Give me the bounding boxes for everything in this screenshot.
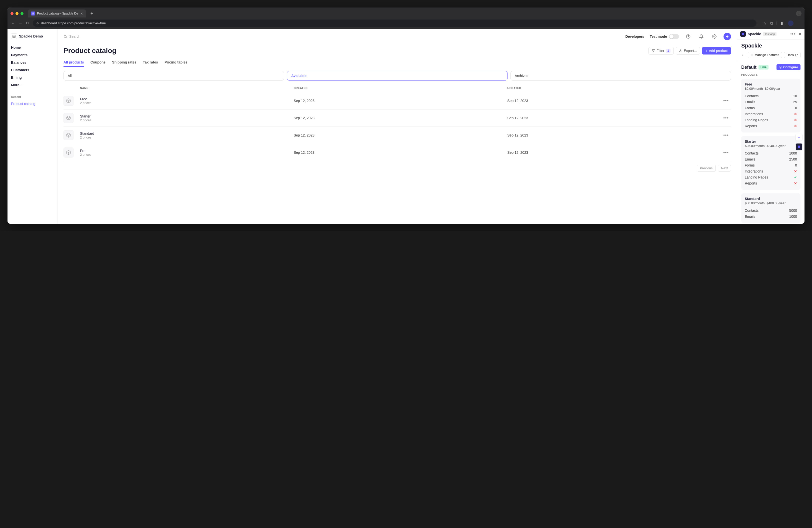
table-row[interactable]: Pro2 pricesSep 12, 2023Sep 12, 2023••• [63, 144, 731, 161]
filter-available[interactable]: Available [287, 71, 508, 80]
stripe-favicon: S [31, 12, 35, 15]
export-button[interactable]: Export... [676, 47, 700, 55]
row-menu-button[interactable]: ••• [721, 98, 731, 103]
close-window-button[interactable] [11, 12, 14, 15]
store-name: Spackle Demo [19, 34, 43, 38]
col-name: NAME [80, 87, 291, 89]
row-menu-button[interactable]: ••• [721, 150, 731, 155]
next-page-button[interactable]: Next [718, 165, 731, 172]
extensions-icon[interactable]: ⧉ [770, 21, 773, 26]
filter-all[interactable]: All [63, 71, 284, 80]
feature-name: Landing Pages [745, 118, 768, 122]
plus-icon: + [21, 83, 23, 87]
section-title: Default [741, 65, 756, 70]
global-add-button[interactable]: + [724, 33, 731, 40]
search-input[interactable]: Search [63, 34, 80, 39]
manage-features-button[interactable]: Manage Features [748, 52, 782, 58]
browser-tab[interactable]: S Product catalog – Spackle De ✕ [28, 10, 86, 17]
table-row[interactable]: Free2 pricesSep 12, 2023Sep 12, 2023••• [63, 92, 731, 109]
tab-tax-rates[interactable]: Tax rates [143, 58, 158, 67]
filter-archived[interactable]: Archived [510, 71, 731, 80]
sidebar-item-billing[interactable]: Billing [10, 74, 55, 81]
price-year: $0.00/year [765, 87, 780, 90]
add-product-button[interactable]: + Add product [702, 47, 731, 55]
docs-label: Docs [787, 53, 794, 57]
notifications-icon[interactable] [697, 33, 705, 40]
feature-row: Contacts1000 [745, 150, 797, 156]
profile-avatar[interactable] [788, 20, 794, 26]
tab-shipping-rates[interactable]: Shipping rates [112, 58, 136, 67]
docs-button[interactable]: Docs [784, 52, 800, 58]
row-menu-button[interactable]: ••• [721, 133, 731, 138]
feature-name: Contacts [745, 208, 758, 212]
price-month: $25.00/month [745, 144, 765, 148]
chrome-menu-icon[interactable]: ⋮ [797, 21, 801, 26]
site-info-icon[interactable]: ⚙ [36, 21, 39, 25]
floating-tray: + ≡ ⌘ [796, 134, 802, 224]
sidebar-item-balances[interactable]: Balances [10, 59, 55, 66]
table-row[interactable]: Standard2 pricesSep 12, 2023Sep 12, 2023… [63, 127, 731, 144]
card-title: Free [745, 82, 797, 86]
row-menu-button[interactable]: ••• [721, 116, 731, 121]
help-icon[interactable] [684, 33, 692, 40]
close-tab-button[interactable]: ✕ [80, 12, 83, 15]
product-name: Pro [80, 149, 291, 153]
recent-header: Recent [10, 95, 55, 99]
drawer-menu-icon[interactable]: ••• [790, 32, 795, 36]
tab-overflow-button[interactable]: ⌄ [796, 11, 801, 16]
store-switcher[interactable]: Spackle Demo [10, 32, 55, 40]
side-panel-icon[interactable]: ◧ [781, 21, 784, 26]
feature-name: Integrations [745, 112, 763, 116]
new-tab-button[interactable]: + [88, 10, 96, 17]
back-button[interactable]: ← [11, 21, 15, 26]
configure-button[interactable]: Configure [777, 64, 800, 70]
product-icon [63, 147, 73, 158]
forward-button[interactable]: → [18, 21, 23, 26]
settings-icon[interactable] [710, 33, 718, 40]
tray-spackle-button[interactable] [796, 143, 802, 150]
prev-page-button[interactable]: Previous [697, 165, 716, 172]
url-bar[interactable]: ⚙ dashboard.stripe.com/products?active=t… [33, 19, 756, 27]
x-icon: ✕ [794, 124, 797, 128]
feature-row: Contacts5000 [745, 207, 797, 214]
tab-all-products[interactable]: All products [63, 58, 84, 67]
tab-pricing-tables[interactable]: Pricing tables [164, 58, 188, 67]
drawer-app-name: Spackle [748, 32, 761, 36]
updated-date: Sep 12, 2023 [507, 133, 719, 137]
reload-button[interactable]: ⟳ [26, 21, 29, 26]
feature-row: Emails25 [745, 99, 797, 105]
minimize-window-button[interactable] [15, 12, 18, 15]
test-mode-toggle-group: Test mode [650, 34, 679, 39]
updated-date: Sep 12, 2023 [507, 150, 719, 155]
sidebar-item-customers[interactable]: Customers [10, 66, 55, 74]
product-card: Standard$50.00/month$480.00/yearContacts… [741, 193, 800, 223]
sidebar-item-home[interactable]: Home [10, 44, 55, 51]
test-mode-label: Test mode [650, 34, 667, 39]
product-card: Free$0.00/month$0.00/yearContacts10Email… [741, 79, 800, 132]
search-placeholder: Search [69, 34, 80, 39]
feature-name: Integrations [745, 169, 763, 173]
developers-link[interactable]: Developers [625, 34, 644, 39]
sidebar: Spackle Demo HomePaymentsBalancesCustome… [8, 29, 58, 224]
tab-title: Product catalog – Spackle De [37, 12, 78, 15]
tray-add-button[interactable]: + [796, 134, 802, 141]
recent-item[interactable]: Product catalog [8, 100, 55, 107]
tab-coupons[interactable]: Coupons [90, 58, 106, 67]
filter-button[interactable]: Filter 1 [649, 47, 674, 55]
svg-point-3 [752, 55, 752, 56]
table-row[interactable]: Starter2 pricesSep 12, 2023Sep 12, 2023•… [63, 109, 731, 127]
sidebar-item-payments[interactable]: Payments [10, 51, 55, 59]
feature-row: Landing Pages✕ [745, 117, 797, 123]
feature-row: Forms0 [745, 162, 797, 168]
page-title: Product catalog [63, 47, 116, 55]
bookmark-icon[interactable]: ☆ [763, 21, 767, 26]
drawer-back-button[interactable]: ← [741, 53, 745, 57]
test-mode-toggle[interactable] [669, 34, 679, 39]
maximize-window-button[interactable] [20, 12, 24, 15]
card-prices: $50.00/month$480.00/year [745, 201, 797, 205]
sidebar-item-more[interactable]: More+ [10, 81, 55, 89]
product-name: Standard [80, 132, 291, 135]
card-prices: $25.00/month$240.00/year [745, 144, 797, 148]
drawer-close-button[interactable]: ✕ [798, 32, 801, 36]
feature-value: 0 [795, 106, 797, 110]
